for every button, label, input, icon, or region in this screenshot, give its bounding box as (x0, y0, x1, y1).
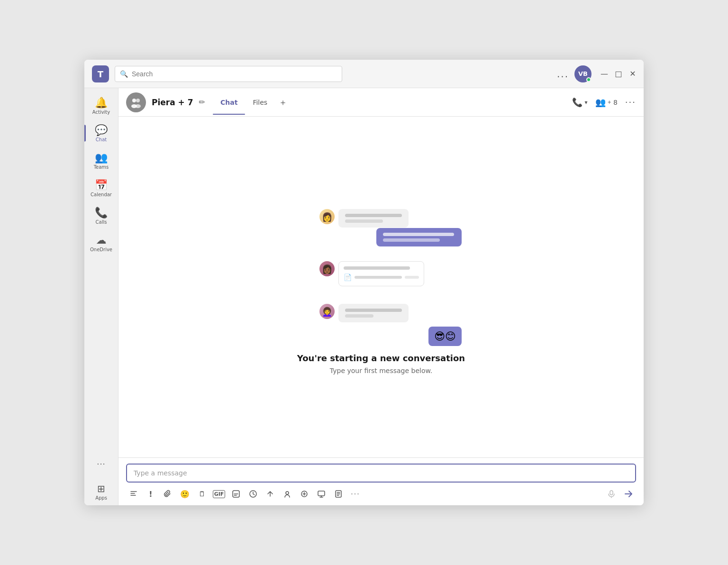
new-convo-subtitle: Type your first message below. (330, 367, 432, 374)
content-area: Piera + 7 ✏ Chat Files ＋ 📞 ▾ 👥 + 8 (118, 88, 644, 505)
sidebar-label-activity: Activity (92, 109, 110, 115)
schedule-button[interactable] (246, 486, 261, 501)
illus-emoji-bubble: 😎😊 (428, 327, 462, 346)
chat-header: Piera + 7 ✏ Chat Files ＋ 📞 ▾ 👥 + 8 (118, 88, 644, 117)
notes-button[interactable] (331, 486, 346, 501)
maximize-button[interactable]: □ (615, 71, 622, 77)
toolbar-more-button[interactable]: ··· (348, 486, 363, 501)
edit-icon[interactable]: ✏ (199, 98, 205, 107)
mic-button[interactable] (604, 486, 619, 501)
group-avatar (126, 92, 146, 112)
toolbar-row: ! 🙂 🗒 GIF (126, 486, 636, 501)
svg-text:T: T (98, 69, 104, 79)
search-input[interactable] (132, 70, 337, 78)
emoji-icon: 🙂 (180, 490, 190, 499)
new-convo-title: You're starting a new conversation (297, 353, 465, 363)
titlebar-more-button[interactable]: ... (557, 68, 569, 80)
close-button[interactable]: ✕ (629, 71, 636, 77)
add-tab-button[interactable]: ＋ (275, 95, 291, 110)
participants-button[interactable]: 👥 + 8 (595, 97, 618, 107)
sticker-button[interactable]: 🗒 (194, 486, 209, 501)
sidebar-item-teams[interactable]: 👥 Teams (84, 147, 118, 174)
svg-point-8 (286, 492, 289, 494)
call-icon: 📞 (572, 97, 582, 107)
priority-icon: ! (149, 490, 152, 499)
call-chevron: ▾ (584, 99, 587, 106)
chat-icon: 💬 (95, 124, 108, 136)
participants-count: 8 (613, 99, 618, 106)
illus-bubble-purple (376, 228, 462, 246)
titlebar: T 🔍 ... VB — □ ✕ (84, 60, 644, 88)
sidebar: 🔔 Activity 💬 Chat 👥 Teams 📅 Calendar 📞 (84, 88, 118, 505)
sidebar-item-apps[interactable]: ⊞ Apps (84, 478, 118, 505)
header-more-button[interactable]: ··· (625, 97, 636, 107)
minimize-button[interactable]: — (601, 71, 608, 77)
svg-rect-9 (318, 491, 325, 496)
chat-title: Piera + 7 (152, 98, 193, 107)
sidebar-more-button[interactable]: ··· (84, 455, 118, 474)
priority-button[interactable]: ! (143, 486, 158, 501)
window-controls: — □ ✕ (601, 71, 636, 77)
sidebar-item-calls[interactable]: 📞 Calls (84, 202, 118, 229)
call-button[interactable]: 📞 ▾ (572, 97, 587, 107)
sticker2-button[interactable] (228, 486, 244, 501)
loop-button[interactable] (263, 486, 278, 501)
illus-bubble-1 (338, 209, 409, 228)
header-more-icon: ··· (625, 97, 636, 107)
sidebar-label-onedrive: OneDrive (90, 247, 112, 252)
calendar-icon: 📅 (95, 179, 108, 191)
user-avatar[interactable]: VB (574, 65, 592, 82)
chat-body: 👩 👩🏾 (118, 117, 644, 457)
sidebar-item-onedrive[interactable]: ☁ OneDrive (84, 229, 118, 257)
participants-icon: 👥 (595, 97, 606, 107)
send-button[interactable] (621, 486, 636, 501)
praise-button[interactable] (280, 486, 295, 501)
tab-files[interactable]: Files (245, 95, 275, 110)
apps-icon: ⊞ (97, 483, 105, 494)
sidebar-item-calendar[interactable]: 📅 Calendar (84, 174, 118, 202)
search-bar[interactable]: 🔍 (115, 66, 342, 82)
calls-icon: 📞 (95, 207, 108, 219)
format-button[interactable] (126, 486, 141, 501)
gif-icon: GIF (213, 490, 226, 498)
teams-logo-icon: T (92, 65, 109, 82)
sidebar-item-activity[interactable]: 🔔 Activity (84, 92, 118, 119)
conversation-illustration: 👩 👩🏾 (291, 200, 471, 342)
search-icon: 🔍 (120, 70, 128, 78)
main-layout: 🔔 Activity 💬 Chat 👥 Teams 📅 Calendar 📞 (84, 88, 644, 505)
message-input-area: Type a message ! (118, 457, 644, 505)
svg-point-2 (132, 99, 136, 102)
status-dot (586, 77, 591, 82)
illus-bubble-3 (338, 304, 409, 322)
onedrive-icon: ☁ (96, 234, 107, 246)
svg-rect-11 (610, 491, 613, 495)
activity-icon: 🔔 (95, 97, 108, 109)
emoji-button[interactable]: 🙂 (177, 486, 192, 501)
svg-point-3 (136, 99, 140, 102)
message-placeholder: Type a message (134, 469, 187, 477)
illus-card: 📄 (338, 261, 424, 286)
sidebar-label-calendar: Calendar (91, 192, 112, 197)
sidebar-item-chat[interactable]: 💬 Chat (84, 119, 118, 147)
tab-chat[interactable]: Chat (213, 95, 245, 110)
whiteboard-button[interactable] (314, 486, 329, 501)
svg-point-5 (135, 104, 141, 108)
sidebar-label-teams: Teams (94, 164, 109, 170)
participants-add-icon: + (608, 100, 611, 105)
titlebar-right: ... VB — □ ✕ (557, 65, 636, 82)
header-actions: 📞 ▾ 👥 + 8 ··· (572, 97, 636, 107)
more-dots-icon: ··· (97, 460, 105, 469)
record-button[interactable] (297, 486, 312, 501)
sidebar-label-apps: Apps (95, 495, 107, 501)
sticker-icon: 🗒 (199, 490, 206, 498)
teams-window: T 🔍 ... VB — □ ✕ 🔔 (84, 60, 644, 505)
chat-tabs: Chat Files ＋ (213, 95, 291, 110)
illus-avatar-3: 👩‍🦱 (319, 304, 335, 319)
gif-button[interactable]: GIF (211, 486, 227, 501)
attach-button[interactable] (160, 486, 175, 501)
toolbar-more-icon: ··· (351, 490, 360, 498)
illus-avatar-1: 👩 (319, 209, 335, 224)
illus-avatar-2: 👩🏾 (319, 261, 335, 276)
message-input[interactable]: Type a message (126, 464, 636, 483)
teams-icon: 👥 (95, 152, 108, 164)
